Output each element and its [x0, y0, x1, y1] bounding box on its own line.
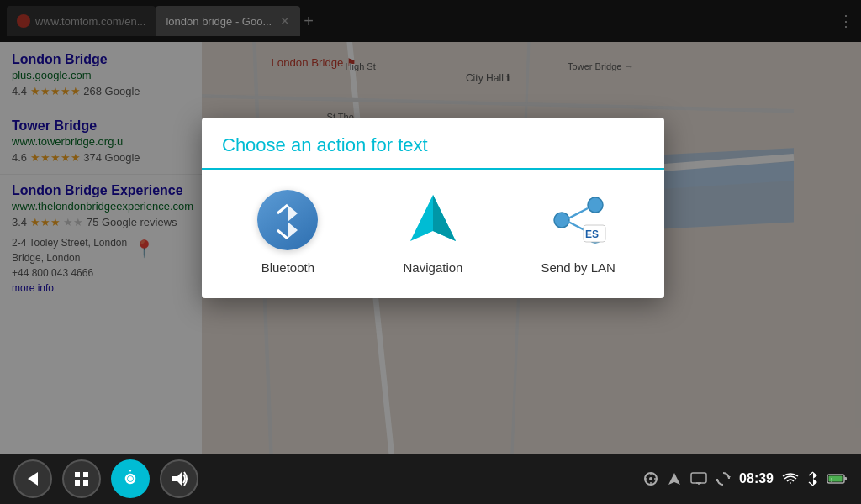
bluetooth-label: Bluetooth — [261, 260, 314, 275]
dialog-actions: Bluetooth Navigation — [202, 170, 664, 298]
dialog-header: Choose an action for text — [202, 118, 664, 170]
svg-marker-53 — [716, 479, 719, 481]
navigation-label: Navigation — [404, 260, 463, 275]
svg-line-56 — [809, 472, 813, 475]
svg-rect-37 — [75, 480, 80, 486]
svg-line-23 — [277, 205, 288, 213]
svg-marker-41 — [172, 472, 182, 486]
svg-marker-54 — [813, 472, 817, 479]
svg-marker-48 — [668, 473, 680, 485]
svg-rect-38 — [83, 480, 88, 486]
svg-rect-59 — [844, 477, 847, 480]
svg-rect-49 — [691, 473, 706, 483]
svg-marker-34 — [28, 472, 38, 486]
svg-marker-22 — [288, 222, 298, 239]
svg-marker-26 — [433, 195, 456, 241]
display-icon — [690, 472, 707, 486]
lan-icon: ES — [548, 190, 609, 250]
lan-label: Send by LAN — [541, 260, 615, 275]
svg-point-40 — [128, 476, 133, 481]
svg-marker-52 — [727, 476, 731, 479]
status-time: 08:39 — [739, 471, 774, 486]
bluetooth-action[interactable]: Bluetooth — [246, 190, 330, 275]
taskbar-right: 08:39 ! — [643, 471, 848, 486]
svg-point-27 — [588, 197, 603, 213]
svg-marker-55 — [813, 479, 817, 486]
navigation-status-icon — [667, 471, 682, 486]
camera-button[interactable] — [111, 459, 150, 498]
send-by-lan-action[interactable]: ES Send by LAN — [536, 190, 621, 275]
bluetooth-status-icon — [807, 471, 819, 486]
back-button[interactable] — [13, 459, 52, 498]
navigation-icon — [403, 190, 463, 250]
svg-point-29 — [554, 213, 569, 228]
svg-line-24 — [277, 230, 288, 239]
action-dialog: Choose an action for text Bluetooth — [202, 118, 664, 298]
taskbar-left — [13, 459, 198, 498]
battery-icon: ! — [827, 473, 848, 485]
svg-text:!: ! — [831, 477, 832, 483]
dialog-title: Choose an action for text — [222, 134, 644, 156]
taskbar: 08:39 ! — [0, 454, 861, 504]
svg-line-57 — [809, 482, 813, 486]
wifi-icon — [782, 472, 799, 486]
volume-button[interactable] — [160, 459, 198, 498]
navigation-action[interactable]: Navigation — [391, 190, 475, 275]
svg-point-43 — [649, 477, 652, 480]
sync-icon — [716, 471, 731, 486]
bluetooth-icon — [257, 190, 318, 250]
home-button[interactable] — [62, 459, 101, 498]
svg-rect-36 — [83, 472, 88, 477]
svg-rect-35 — [75, 472, 80, 477]
svg-line-30 — [568, 208, 588, 218]
svg-marker-21 — [288, 205, 298, 222]
location-icon — [643, 471, 658, 486]
svg-text:ES: ES — [585, 228, 599, 240]
